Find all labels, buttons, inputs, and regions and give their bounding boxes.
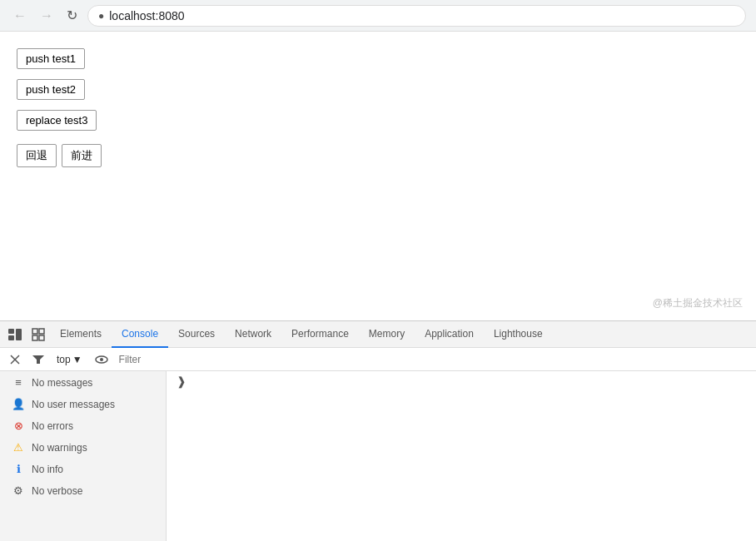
svg-rect-3 (32, 329, 37, 334)
eye-button[interactable] (91, 354, 112, 365)
console-main: ❱ (167, 371, 756, 541)
devtools-tab-lighthouse[interactable]: Lighthouse (484, 321, 553, 348)
console-toolbar: top ▼ (0, 348, 756, 371)
push-test2-btn-wrapper: push test2 (17, 79, 739, 110)
console-sidebar-label-3: No warnings (32, 442, 87, 454)
svg-marker-9 (32, 355, 44, 364)
push-test1-btn-wrapper: push test1 (17, 48, 739, 79)
chevron-down-icon: ▼ (72, 354, 82, 365)
console-sidebar-item-3[interactable]: ⚠No warnings (3, 437, 162, 458)
console-sidebar-label-5: No verbose (32, 485, 82, 497)
top-context-selector[interactable]: top ▼ (52, 352, 87, 367)
svg-rect-4 (39, 329, 44, 334)
console-sidebar-icon-4: ℹ (12, 463, 25, 475)
devtools-panel: ElementsConsoleSourcesNetworkPerformance… (0, 320, 756, 541)
forward-button[interactable]: → (37, 7, 57, 24)
push-test1-button[interactable]: push test1 (17, 48, 85, 69)
devtools-tab-network[interactable]: Network (225, 321, 281, 348)
replace-test3-button[interactable]: replace test3 (17, 110, 97, 131)
browser-chrome: ← → ↻ ● localhost:8080 (0, 0, 756, 32)
console-sidebar-label-0: No messages (32, 377, 92, 389)
devtools-tab-memory[interactable]: Memory (359, 321, 415, 348)
console-sidebar-item-4[interactable]: ℹNo info (3, 459, 162, 479)
console-sidebar-item-0[interactable]: ≡No messages (3, 372, 162, 393)
console-prompt-arrow[interactable]: ❱ (170, 371, 193, 391)
console-sidebar-icon-0: ≡ (12, 376, 25, 389)
console-sidebar-icon-1: 👤 (12, 398, 25, 410)
forward-page-button[interactable]: 前进 (62, 144, 102, 167)
watermark: @稀土掘金技术社区 (653, 296, 743, 310)
console-sidebar-label-1: No user messages (32, 399, 115, 410)
nav-buttons-row: 回退 前进 (17, 144, 739, 167)
page-content: push test1 push test2 replace test3 回退 前… (0, 32, 756, 320)
console-sidebar-item-1[interactable]: 👤No user messages (3, 394, 162, 414)
devtools-toggle-button[interactable] (3, 325, 27, 344)
clear-console-button[interactable] (5, 352, 25, 367)
console-sidebar-icon-3: ⚠ (12, 441, 25, 454)
devtools-tab-sources[interactable]: Sources (168, 321, 225, 348)
address-bar[interactable]: ● localhost:8080 (87, 5, 746, 27)
devtools-tab-bar: ElementsConsoleSourcesNetworkPerformance… (0, 321, 756, 348)
console-sidebar-item-5[interactable]: ⚙No verbose (3, 480, 162, 501)
top-context-label: top (57, 354, 71, 365)
svg-rect-5 (32, 335, 37, 340)
devtools-tab-performance[interactable]: Performance (281, 321, 359, 348)
devtools-tab-console[interactable]: Console (112, 321, 168, 348)
svg-point-11 (100, 358, 103, 361)
console-sidebar-icon-2: ⊗ (12, 419, 25, 432)
console-sidebar-icon-5: ⚙ (12, 484, 25, 497)
filter-input[interactable] (116, 354, 751, 365)
push-test2-button[interactable]: push test2 (17, 79, 85, 100)
svg-rect-2 (16, 329, 22, 340)
console-panel-body: ≡No messages👤No user messages⊗No errors⚠… (0, 371, 756, 541)
svg-rect-0 (8, 329, 14, 334)
devtools-tabs: ElementsConsoleSourcesNetworkPerformance… (50, 321, 553, 348)
back-page-button[interactable]: 回退 (17, 144, 57, 167)
reload-button[interactable]: ↻ (63, 7, 81, 24)
svg-rect-1 (8, 335, 14, 340)
devtools-inspect-button[interactable] (27, 325, 50, 345)
console-sidebar: ≡No messages👤No user messages⊗No errors⚠… (0, 371, 167, 541)
svg-rect-6 (39, 335, 44, 340)
devtools-tab-elements[interactable]: Elements (50, 321, 112, 348)
console-sidebar-label-2: No errors (32, 420, 73, 432)
back-button[interactable]: ← (10, 7, 30, 24)
lock-icon: ● (98, 10, 104, 22)
replace-test3-btn-wrapper: replace test3 (17, 110, 739, 141)
devtools-tab-application[interactable]: Application (415, 321, 484, 348)
console-sidebar-item-2[interactable]: ⊗No errors (3, 415, 162, 436)
console-sidebar-label-4: No info (32, 464, 63, 475)
filter-toggle-button[interactable] (28, 354, 48, 365)
url-text: localhost:8080 (109, 9, 184, 22)
